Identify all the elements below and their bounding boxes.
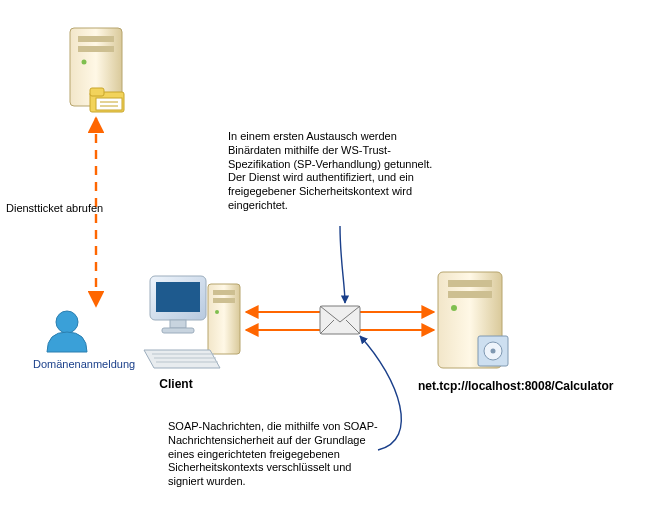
svg-rect-11 xyxy=(213,290,235,295)
user-icon xyxy=(47,311,87,352)
svg-point-27 xyxy=(491,349,496,354)
svg-point-13 xyxy=(215,310,219,314)
ticket-request-edge: Dienstticket abrufen xyxy=(6,118,103,306)
client-label: Client xyxy=(159,377,192,391)
svg-rect-12 xyxy=(213,298,235,303)
svg-rect-5 xyxy=(90,88,104,96)
svg-point-3 xyxy=(82,60,87,65)
initial-exchange-text: In einem ersten Austausch werden Binärda… xyxy=(228,130,438,213)
svg-rect-2 xyxy=(78,46,114,52)
svg-rect-17 xyxy=(162,328,194,333)
svg-rect-6 xyxy=(96,98,122,110)
client-node: Client xyxy=(144,276,240,391)
ticket-request-label: Dienstticket abrufen xyxy=(6,202,103,214)
svg-rect-22 xyxy=(448,280,492,287)
initial-exchange-annotation: In einem ersten Austausch werden Binärda… xyxy=(228,130,438,303)
svg-point-9 xyxy=(56,311,78,333)
server-icon xyxy=(438,272,508,368)
service-node: net.tcp://localhost:8008/Calculator xyxy=(418,272,614,393)
soap-messages-text: SOAP-Nachrichten, die mithilfe von SOAP-… xyxy=(168,420,378,489)
svg-rect-23 xyxy=(448,291,492,298)
user-node: Domänenanmeldung xyxy=(33,311,135,370)
svg-rect-16 xyxy=(170,320,186,328)
message-exchange-edge xyxy=(246,306,434,334)
envelope-icon xyxy=(320,306,360,334)
svg-point-24 xyxy=(451,305,457,311)
initial-exchange-connector xyxy=(340,226,345,303)
service-label: net.tcp://localhost:8008/Calculator xyxy=(418,379,614,393)
workstation-icon xyxy=(144,276,240,368)
server-icon xyxy=(70,28,124,112)
svg-rect-15 xyxy=(156,282,200,312)
svg-rect-1 xyxy=(78,36,114,42)
domain-controller-node xyxy=(70,28,124,112)
user-label: Domänenanmeldung xyxy=(33,358,135,370)
